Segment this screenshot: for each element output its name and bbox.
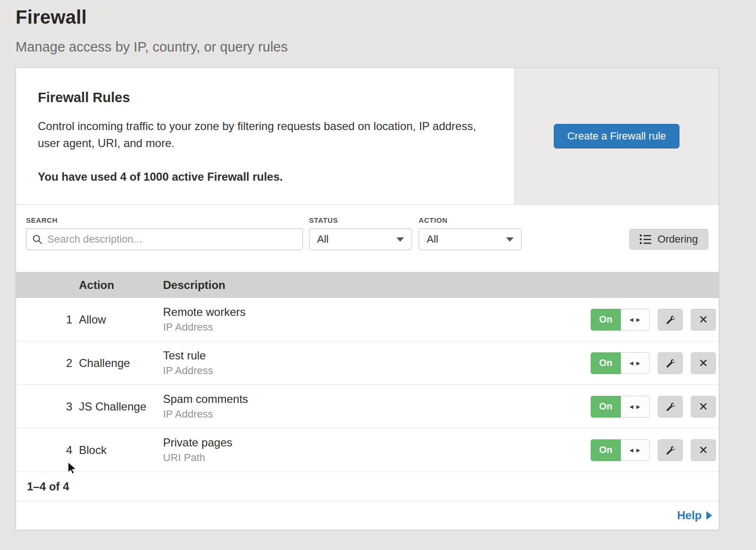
- action-selected-value: All: [427, 233, 438, 245]
- pagination-summary: 1–4 of 4: [27, 480, 69, 493]
- help-link[interactable]: Help: [677, 509, 712, 522]
- toggle-arrows-icon[interactable]: ◂ ▸: [621, 439, 650, 461]
- page-header: Firewall Manage access by IP, country, o…: [0, 0, 756, 55]
- delete-rule-button[interactable]: ✕: [691, 439, 716, 461]
- pagination-row: 1–4 of 4: [16, 472, 719, 501]
- rule-priority: 1: [16, 313, 79, 326]
- rule-action: Block: [79, 444, 163, 457]
- create-rule-panel: Create a Firewall rule: [514, 68, 719, 204]
- rule-description-cell: Private pages URI Path: [163, 436, 591, 464]
- page-subtitle: Manage access by IP, country, or query r…: [16, 39, 756, 55]
- status-label: STATUS: [309, 216, 412, 224]
- toggle-on-label[interactable]: On: [591, 439, 621, 461]
- rule-action: Allow: [79, 313, 163, 326]
- firewall-rules-card: Firewall Rules Control incoming traffic …: [16, 68, 719, 530]
- section-description: Control incoming traffic to your zone by…: [38, 118, 484, 151]
- wrench-icon: [665, 314, 676, 325]
- status-selected-value: All: [317, 233, 328, 245]
- toggle-on-label[interactable]: On: [591, 309, 621, 331]
- search-box: [26, 228, 303, 250]
- rule-description-cell: Test rule IP Address: [163, 349, 591, 377]
- action-label: ACTION: [419, 216, 522, 224]
- toggle-arrows-icon[interactable]: ◂ ▸: [621, 309, 650, 331]
- rule-match-type: URI Path: [163, 452, 591, 464]
- section-heading: Firewall Rules: [38, 90, 486, 105]
- edit-rule-button[interactable]: [658, 352, 683, 374]
- ordered-list-icon: [640, 234, 651, 244]
- help-row: Help: [16, 501, 719, 530]
- delete-rule-button[interactable]: ✕: [691, 352, 716, 374]
- rule-description: Spam comments: [163, 393, 591, 406]
- rule-controls: On ◂ ▸ ✕: [591, 396, 719, 418]
- rule-priority: 2: [16, 357, 79, 370]
- delete-rule-button[interactable]: ✕: [691, 309, 716, 331]
- close-icon: ✕: [698, 401, 708, 412]
- description-column-header-label: Description: [163, 279, 716, 292]
- close-icon: ✕: [698, 358, 708, 369]
- table-row: 1 Allow Remote workers IP Address On ◂ ▸…: [16, 298, 719, 341]
- create-firewall-rule-button[interactable]: Create a Firewall rule: [554, 124, 679, 148]
- rule-action: JS Challenge: [79, 400, 163, 413]
- filters-bar: SEARCH STATUS All ACTION All: [16, 205, 719, 272]
- rule-match-type: IP Address: [163, 365, 591, 377]
- toggle-arrows-icon[interactable]: ◂ ▸: [621, 352, 650, 374]
- description-column-header: Description: [163, 279, 716, 292]
- status-filter-group: STATUS All: [309, 216, 412, 250]
- rule-controls: On ◂ ▸ ✕: [591, 352, 719, 374]
- edit-rule-button[interactable]: [658, 309, 683, 331]
- rule-enabled-toggle[interactable]: On ◂ ▸: [591, 309, 650, 331]
- rules-table-body: 1 Allow Remote workers IP Address On ◂ ▸…: [16, 298, 719, 472]
- action-select[interactable]: All: [419, 228, 522, 250]
- wrench-icon: [665, 358, 676, 368]
- ordering-button-label: Ordering: [657, 233, 698, 245]
- action-filter-group: ACTION All: [419, 216, 522, 250]
- page-title: Firewall: [16, 7, 756, 28]
- arrow-right-icon: [706, 511, 712, 520]
- usage-summary: You have used 4 of 1000 active Firewall …: [38, 170, 486, 183]
- action-column-header: Action: [79, 279, 163, 292]
- rule-controls: On ◂ ▸ ✕: [591, 309, 719, 331]
- delete-rule-button[interactable]: ✕: [691, 396, 716, 418]
- rule-enabled-toggle[interactable]: On ◂ ▸: [591, 396, 650, 418]
- rule-enabled-toggle[interactable]: On ◂ ▸: [591, 352, 650, 374]
- rule-match-type: IP Address: [163, 408, 591, 420]
- rule-description-cell: Spam comments IP Address: [163, 393, 591, 420]
- toggle-on-label[interactable]: On: [591, 396, 621, 418]
- rule-description: Private pages: [163, 436, 591, 449]
- rule-description: Test rule: [163, 349, 591, 362]
- table-row: 3 JS Challenge Spam comments IP Address …: [16, 385, 719, 428]
- intro-text-block: Firewall Rules Control incoming traffic …: [16, 68, 514, 204]
- rule-description: Remote workers: [163, 306, 591, 319]
- search-filter-group: SEARCH: [26, 216, 303, 250]
- rule-controls: On ◂ ▸ ✕: [591, 439, 719, 461]
- toggle-arrows-icon[interactable]: ◂ ▸: [621, 396, 650, 418]
- toggle-on-label[interactable]: On: [591, 352, 621, 374]
- wrench-icon: [665, 402, 676, 412]
- chevron-down-icon: [506, 237, 514, 242]
- table-header: Action Description: [16, 272, 719, 298]
- status-select[interactable]: All: [309, 228, 412, 250]
- rule-enabled-toggle[interactable]: On ◂ ▸: [591, 439, 650, 461]
- chevron-down-icon: [396, 237, 404, 242]
- search-icon: [32, 234, 43, 244]
- table-row: 2 Challenge Test rule IP Address On ◂ ▸ …: [16, 341, 719, 385]
- rule-priority: 3: [16, 400, 79, 413]
- search-input[interactable]: [26, 228, 303, 250]
- table-row: 4 Block Private pages URI Path On ◂ ▸ ✕: [16, 428, 719, 472]
- ordering-button[interactable]: Ordering: [629, 229, 708, 250]
- wrench-icon: [665, 445, 676, 455]
- intro-section: Firewall Rules Control incoming traffic …: [16, 68, 719, 205]
- search-label: SEARCH: [26, 216, 303, 224]
- rule-priority: 4: [16, 444, 79, 457]
- edit-rule-button[interactable]: [658, 439, 683, 461]
- help-link-label: Help: [677, 509, 702, 522]
- edit-rule-button[interactable]: [658, 396, 683, 418]
- close-icon: ✕: [698, 314, 708, 325]
- rule-description-cell: Remote workers IP Address: [163, 306, 591, 333]
- close-icon: ✕: [698, 445, 708, 456]
- rule-action: Challenge: [79, 357, 163, 370]
- rule-match-type: IP Address: [163, 321, 591, 333]
